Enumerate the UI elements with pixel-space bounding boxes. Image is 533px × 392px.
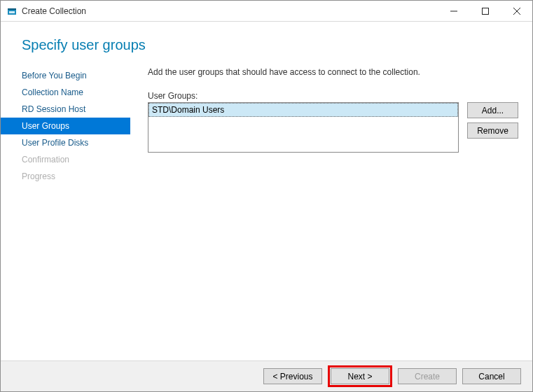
- wizard-step[interactable]: User Profile Disks: [1, 134, 130, 151]
- minimize-button[interactable]: [438, 1, 469, 21]
- wizard-step: Confirmation: [1, 151, 130, 168]
- main-panel: Add the user groups that should have acc…: [130, 66, 532, 360]
- close-button[interactable]: [501, 1, 532, 21]
- instruction-text: Add the user groups that should have acc…: [148, 67, 518, 77]
- wizard-step[interactable]: Before You Begin: [1, 67, 130, 84]
- next-button-highlight: Next >: [328, 365, 392, 387]
- wizard-window: Create Collection Specify user groups Be…: [0, 0, 533, 392]
- cancel-button[interactable]: Cancel: [462, 368, 521, 384]
- create-button: Create: [398, 368, 457, 384]
- next-button[interactable]: Next >: [331, 368, 389, 384]
- app-icon: [6, 6, 18, 17]
- svg-rect-1: [8, 8, 16, 10]
- svg-rect-2: [9, 11, 15, 13]
- wizard-body: Before You BeginCollection NameRD Sessio…: [1, 66, 532, 360]
- user-groups-row: STD\Domain Users Add... Remove: [148, 102, 518, 153]
- svg-rect-4: [482, 8, 488, 14]
- wizard-footer: < Previous Next > Create Cancel: [1, 360, 532, 391]
- previous-button[interactable]: < Previous: [263, 368, 322, 384]
- wizard-step[interactable]: RD Session Host: [1, 101, 130, 118]
- page-heading: Specify user groups: [1, 22, 532, 66]
- user-groups-label: User Groups:: [148, 91, 518, 101]
- wizard-step: Progress: [1, 168, 130, 185]
- wizard-steps: Before You BeginCollection NameRD Sessio…: [1, 66, 130, 360]
- window-controls: [438, 1, 532, 21]
- titlebar: Create Collection: [1, 1, 532, 22]
- user-groups-listbox[interactable]: STD\Domain Users: [148, 102, 459, 153]
- listbox-buttons: Add... Remove: [467, 102, 518, 139]
- wizard-step[interactable]: User Groups: [1, 118, 130, 134]
- window-title: Create Collection: [22, 6, 438, 16]
- wizard-step[interactable]: Collection Name: [1, 84, 130, 101]
- add-button[interactable]: Add...: [467, 102, 518, 118]
- remove-button[interactable]: Remove: [467, 122, 518, 139]
- list-item[interactable]: STD\Domain Users: [148, 103, 458, 117]
- maximize-button[interactable]: [469, 1, 501, 21]
